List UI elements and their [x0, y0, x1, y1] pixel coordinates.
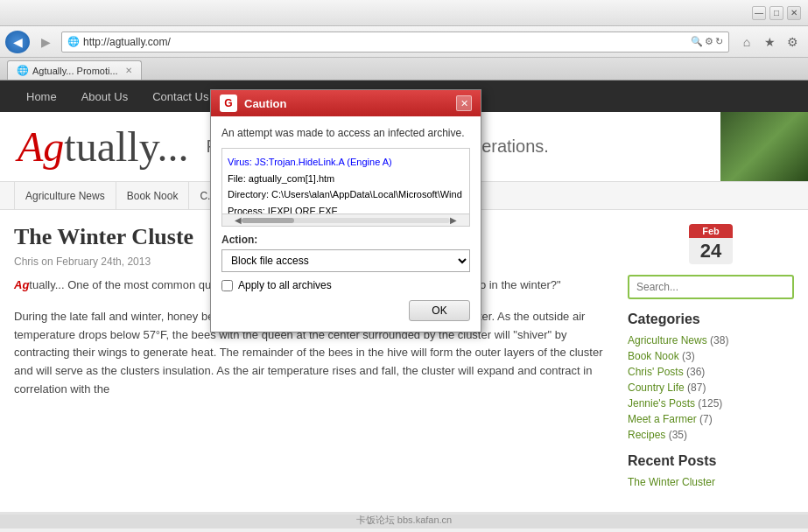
- maximize-btn[interactable]: □: [769, 6, 783, 20]
- dialog-titlebar: G Caution ✕: [211, 90, 481, 116]
- address-bar[interactable]: 🌐 http://agtually.com/ 🔍 ⚙ ↻: [61, 32, 729, 52]
- detail-line-3: Directory: C:\Users\alan\AppData\Local\M…: [228, 186, 464, 203]
- dialog-close-btn[interactable]: ✕: [456, 95, 472, 111]
- dialog-overlay: G Caution ✕ An attempt was made to acces…: [0, 80, 808, 518]
- dialog-ok-row: OK: [221, 300, 470, 321]
- settings-icon[interactable]: ⚙: [782, 32, 803, 52]
- address-icon: 🌐: [67, 36, 80, 47]
- horizontal-scrollbar[interactable]: ◀ ▶: [222, 214, 469, 226]
- window-close-btn[interactable]: ✕: [787, 6, 801, 20]
- dialog-title-text: Caution: [244, 97, 456, 110]
- scroll-left-btn[interactable]: ◀: [235, 215, 242, 225]
- apply-all-checkbox[interactable]: [221, 280, 233, 291]
- caution-dialog: G Caution ✕ An attempt was made to acces…: [210, 89, 481, 332]
- titlebar: — □ ✕: [0, 0, 808, 26]
- tab-label: Agtually... Promoti...: [32, 66, 118, 76]
- back-button[interactable]: ◀: [5, 31, 30, 53]
- scroll-right-btn[interactable]: ▶: [450, 215, 457, 225]
- address-actions: 🔍 ⚙ ↻: [691, 36, 723, 47]
- minimize-btn[interactable]: —: [752, 6, 766, 20]
- toolbar-right: ⌂ ★ ⚙: [736, 32, 803, 52]
- website-container: Home About Us Contact Us Our Recipes AgC…: [0, 80, 808, 518]
- scrollbar-track: [242, 218, 450, 223]
- dialog-title-icon: G: [220, 94, 237, 112]
- detail-line-2: File: agtually_com[1].htm: [228, 171, 464, 187]
- tab-favicon: 🌐: [17, 65, 29, 76]
- action-select[interactable]: Block file access: [221, 249, 470, 272]
- home-icon[interactable]: ⌂: [736, 32, 757, 52]
- dialog-body: An attempt was made to access an infecte…: [211, 116, 481, 332]
- ok-button[interactable]: OK: [409, 300, 470, 321]
- detail-line-1: Virus: JS:Trojan.HideLink.A (Engine A): [228, 154, 464, 171]
- dialog-message: An attempt was made to access an infecte…: [221, 127, 470, 139]
- tab-bar: 🌐 Agtually... Promoti... ✕: [0, 58, 808, 80]
- action-label: Action:: [221, 234, 470, 246]
- star-icon[interactable]: ★: [759, 32, 780, 52]
- checkbox-row: Apply to all archives: [221, 279, 470, 291]
- tab-close-btn[interactable]: ✕: [125, 66, 132, 75]
- url-text: http://agtually.com/: [83, 36, 691, 48]
- scrollbar-thumb[interactable]: [242, 218, 294, 223]
- shield-icon: G: [224, 97, 232, 109]
- browser-toolbar: ◀ ▶ 🌐 http://agtually.com/ 🔍 ⚙ ↻ ⌂ ★ ⚙: [0, 26, 808, 58]
- dialog-details: Virus: JS:Trojan.HideLink.A (Engine A) F…: [221, 148, 470, 227]
- browser-tab[interactable]: 🌐 Agtually... Promoti... ✕: [7, 60, 142, 80]
- forward-button[interactable]: ▶: [33, 31, 58, 53]
- checkbox-label: Apply to all archives: [238, 279, 332, 291]
